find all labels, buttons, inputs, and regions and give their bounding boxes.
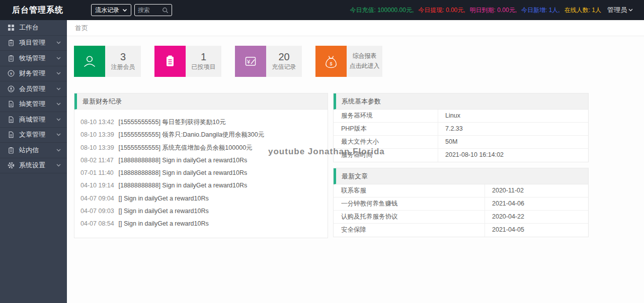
param-label: PHP版本 bbox=[334, 123, 438, 135]
header-stat: 在线人数: 1人 bbox=[565, 6, 601, 15]
stat-value: 20 bbox=[278, 51, 289, 63]
chevron-down-icon bbox=[56, 118, 61, 121]
article-title[interactable]: 一分钟教何养鱼赚钱 bbox=[334, 197, 485, 210]
sidebar-item-label: 财务管理 bbox=[19, 69, 56, 78]
clipboard-icon bbox=[8, 147, 15, 154]
sidebar-item-lottery[interactable]: 抽奖管理 bbox=[0, 97, 67, 113]
stat-card-recharge-records[interactable]: ¥ 20 充值记录 bbox=[235, 46, 302, 77]
table-row: PHP版本 7.2.33 bbox=[334, 123, 588, 136]
table-row: 联系客服 2020-11-02 bbox=[334, 184, 588, 197]
sidebar-item-label: 项目管理 bbox=[19, 38, 56, 47]
search-input[interactable] bbox=[138, 7, 162, 14]
search-icon[interactable] bbox=[162, 7, 169, 14]
right-column: 系统基本参数 服务器环境 Linux PHP版本 7.2.33 最大文件大小 5… bbox=[333, 93, 589, 237]
sidebar-item-finance[interactable]: ¥ 财务管理 bbox=[0, 66, 67, 82]
breadcrumb-home[interactable]: 首页 bbox=[75, 24, 88, 32]
article-date: 2020-11-02 bbox=[485, 184, 588, 197]
money-bag-icon: $ bbox=[315, 46, 347, 77]
member-circle-icon bbox=[8, 85, 15, 92]
record-text: [15555555555] 每日签到获得奖励10元 bbox=[118, 119, 225, 126]
chevron-down-icon bbox=[628, 9, 633, 12]
article-title[interactable]: 安全保障 bbox=[334, 224, 485, 237]
sidebar-item-ranch[interactable]: 牧场管理 bbox=[0, 51, 67, 66]
record-time: 04-07 09:03 bbox=[80, 205, 117, 218]
sidebar-item-messages[interactable]: 站内信 bbox=[0, 143, 67, 158]
clipboard-icon bbox=[154, 46, 186, 77]
app-title: 后台管理系统 bbox=[0, 5, 67, 16]
finance-record: 04-07 08:54 [] Sign in dailyGet a reward… bbox=[80, 218, 321, 230]
article-title[interactable]: 认购及托养服务协议 bbox=[334, 211, 485, 223]
file-icon bbox=[8, 100, 15, 108]
chevron-down-icon bbox=[56, 149, 61, 152]
stat-card-invested-projects[interactable]: 1 已投项目 bbox=[154, 46, 221, 77]
user-icon bbox=[74, 46, 105, 77]
chevron-down-icon bbox=[56, 133, 61, 136]
admin-label: 管理员 bbox=[607, 6, 627, 15]
sidebar-item-label: 工作台 bbox=[19, 23, 61, 32]
table-row: 服务器时间 2021-08-10 16:14:02 bbox=[334, 149, 588, 162]
admin-menu[interactable]: 管理员 bbox=[607, 6, 644, 15]
sidebar-item-settings[interactable]: 系统设置 bbox=[0, 158, 67, 174]
sidebar-item-projects[interactable]: 项目管理 bbox=[0, 36, 67, 51]
sidebar-item-articles[interactable]: 文章管理 bbox=[0, 128, 67, 143]
record-text: [18888888888] Sign in dailyGet a reward1… bbox=[118, 169, 247, 176]
chevron-down-icon bbox=[56, 57, 61, 60]
chevron-down-icon bbox=[56, 164, 61, 167]
record-type-select[interactable]: 流水记录 bbox=[91, 4, 131, 16]
articles-table: 联系客服 2020-11-02 一分钟教何养鱼赚钱 2021-04-06 认购及… bbox=[334, 184, 588, 237]
articles-panel-title: 最新文章 bbox=[334, 168, 588, 184]
table-row: 最大文件大小 50M bbox=[334, 136, 588, 149]
stat-card-registered-members[interactable]: 3 注册会员 bbox=[74, 46, 141, 77]
finance-record: 04-07 09:03 [] Sign in dailyGet a reward… bbox=[80, 205, 321, 218]
sidebar-item-label: 商城管理 bbox=[19, 115, 56, 124]
stat-card-report[interactable]: $ 综合报表 点击此进入 bbox=[315, 46, 382, 77]
stat-label: 注册会员 bbox=[111, 63, 135, 71]
finance-record: 04-10 19:14 [18888888888] Sign in dailyG… bbox=[80, 179, 321, 192]
article-date: 2020-04-22 bbox=[485, 211, 588, 223]
clipboard-icon bbox=[8, 55, 15, 62]
svg-text:¥: ¥ bbox=[10, 71, 13, 76]
top-header: 后台管理系统 流水记录 今日充值: 100000.00元,今日提现: 0.00元… bbox=[0, 0, 644, 20]
latest-articles-panel: 最新文章 联系客服 2020-11-02 一分钟教何养鱼赚钱 2021-04-0… bbox=[333, 168, 589, 237]
param-label: 最大文件大小 bbox=[334, 136, 438, 148]
param-label: 服务器环境 bbox=[334, 110, 438, 122]
panels-row: 最新财务纪录 08-10 13:42 [15555555555] 每日签到获得奖… bbox=[74, 93, 637, 238]
yen-circle-icon: ¥ bbox=[8, 70, 15, 77]
sidebar-item-label: 站内信 bbox=[19, 146, 56, 155]
finance-panel: 最新财务纪录 08-10 13:42 [15555555555] 每日签到获得奖… bbox=[74, 93, 328, 238]
record-text: [15555555555] 领养只:Danio.Dangila使用余额300元 bbox=[118, 131, 264, 138]
finance-record: 08-10 13:39 [15555555555] 系统充值增加会员余额1000… bbox=[80, 142, 321, 154]
search-box bbox=[134, 4, 172, 16]
param-value: 50M bbox=[438, 136, 588, 148]
sidebar-item-label: 会员管理 bbox=[19, 84, 56, 93]
chevron-down-icon bbox=[56, 72, 61, 75]
header-stat: 明日到期: 0.00元, bbox=[470, 6, 517, 15]
recharge-icon: ¥ bbox=[235, 46, 266, 77]
record-time: 04-07 09:04 bbox=[80, 192, 117, 205]
content-area: 3 注册会员 1 已投项目 ¥ 20 充值记录 bbox=[67, 36, 644, 248]
table-row: 安全保障 2021-04-05 bbox=[334, 224, 588, 237]
stat-value: 1 bbox=[201, 51, 206, 63]
table-row: 一分钟教何养鱼赚钱 2021-04-06 bbox=[334, 197, 588, 211]
param-value: Linux bbox=[438, 110, 588, 122]
sidebar-item-members[interactable]: 会员管理 bbox=[0, 81, 67, 97]
record-time: 08-10 13:42 bbox=[80, 116, 117, 129]
article-title[interactable]: 联系客服 bbox=[334, 184, 485, 197]
article-date: 2021-04-05 bbox=[485, 224, 588, 237]
record-type-select-value: 流水记录 bbox=[95, 6, 119, 15]
sidebar-item-mall[interactable]: 商城管理 bbox=[0, 112, 67, 128]
param-value: 2021-08-10 16:14:02 bbox=[438, 149, 588, 162]
record-time: 08-10 13:39 bbox=[80, 142, 117, 154]
finance-record: 07-01 11:40 [18888888888] Sign in dailyG… bbox=[80, 167, 321, 179]
file-icon bbox=[8, 131, 15, 138]
file-icon bbox=[8, 116, 15, 123]
param-value: 7.2.33 bbox=[438, 123, 588, 135]
chevron-down-icon bbox=[56, 87, 61, 90]
record-text: [] Sign in dailyGet a reward10Rs bbox=[118, 220, 208, 227]
chevron-down-icon bbox=[56, 103, 61, 106]
finance-panel-title: 最新财务纪录 bbox=[74, 93, 328, 110]
sidebar-item-workbench[interactable]: 工作台 bbox=[0, 20, 67, 36]
sidebar-item-label: 系统设置 bbox=[19, 161, 56, 170]
record-time: 08-02 11:47 bbox=[80, 154, 117, 167]
stat-value: 3 bbox=[120, 51, 126, 63]
